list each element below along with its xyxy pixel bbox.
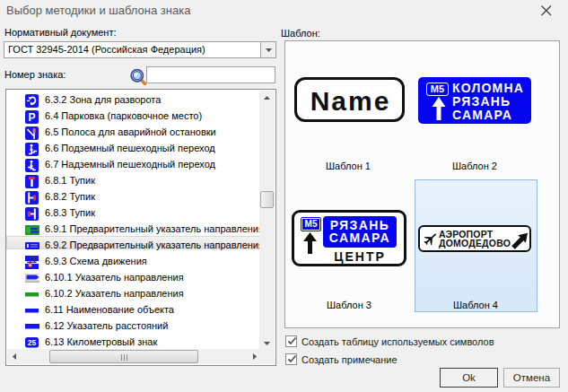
svg-text:25: 25 [28, 338, 37, 347]
svg-text:P: P [28, 111, 35, 124]
